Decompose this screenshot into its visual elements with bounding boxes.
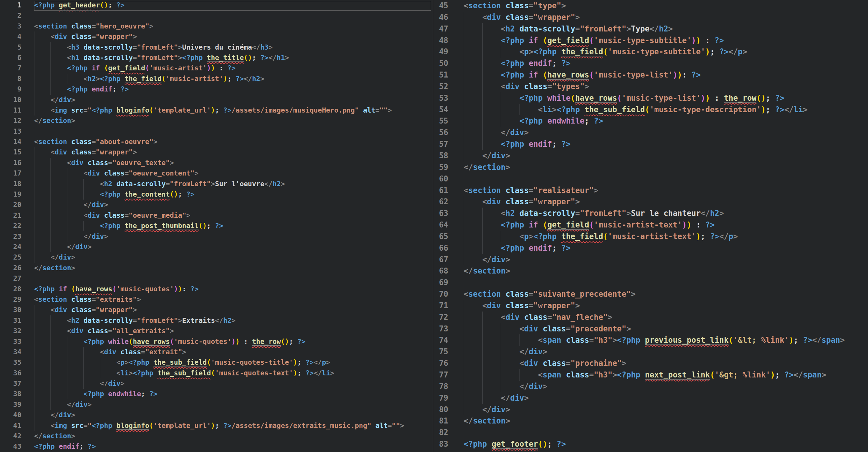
line-number[interactable]: 10 (0, 95, 21, 105)
line-number[interactable]: 51 (433, 69, 448, 81)
line-number[interactable]: 28 (0, 284, 21, 294)
line-number[interactable]: 13 (0, 126, 21, 137)
line-number[interactable]: 19 (0, 189, 21, 200)
line-number[interactable]: 55 (433, 115, 448, 127)
code-line[interactable]: 13 (0, 126, 433, 137)
code-line[interactable]: 17 <div class="oeuvre_content"> (0, 168, 433, 179)
code-line[interactable]: 11 <img src="<?php bloginfo('template_ur… (0, 105, 433, 116)
editor-pane-right[interactable]: 45<section class="type">46 <div class="w… (433, 0, 868, 452)
code-line[interactable]: 57 <?php endif; ?> (433, 139, 868, 150)
line-number[interactable]: 20 (0, 200, 21, 210)
line-number[interactable]: 2 (0, 10, 21, 21)
line-number[interactable]: 54 (433, 104, 448, 116)
line-number[interactable]: 79 (433, 392, 448, 404)
line-number[interactable]: 3 (0, 21, 21, 31)
line-number[interactable]: 65 (433, 231, 448, 242)
code-line[interactable]: 59</section> (433, 161, 868, 173)
line-number[interactable]: 17 (0, 168, 21, 179)
line-number[interactable]: 7 (0, 63, 21, 73)
code-line[interactable]: 16 <div class="oeuvre_texte"> (0, 158, 433, 168)
line-number[interactable]: 36 (0, 368, 21, 378)
code-line[interactable]: 66 <?php endif; ?> (433, 242, 868, 254)
code-line[interactable]: 52 <div class="types"> (433, 81, 868, 92)
line-number[interactable]: 35 (0, 357, 21, 368)
line-number[interactable]: 32 (0, 326, 21, 336)
line-number[interactable]: 41 (0, 421, 21, 431)
line-number[interactable]: 18 (0, 179, 21, 189)
line-number[interactable]: 70 (433, 289, 448, 300)
line-number[interactable]: 66 (433, 242, 448, 254)
code-line[interactable]: 15 <div class="wrapper"> (0, 147, 433, 157)
line-number[interactable]: 74 (433, 334, 448, 346)
code-line[interactable]: 30 <div class="wrapper"> (0, 305, 433, 315)
code-line[interactable]: 9 <?php endif; ?> (0, 84, 433, 94)
code-line[interactable]: 73 <div class="precedente"> (433, 323, 868, 335)
code-line[interactable]: 14<section class="about-oeuvre"> (0, 137, 433, 147)
line-number[interactable]: 59 (433, 161, 448, 173)
code-line[interactable]: 18 <h2 data-scrolly="fromLeft">Sur l'oeu… (0, 179, 433, 189)
code-line[interactable]: 37 </div> (0, 378, 433, 389)
line-number[interactable]: 68 (433, 265, 448, 277)
line-number[interactable]: 77 (433, 369, 448, 381)
code-line[interactable]: 62 <div class="wrapper"> (433, 196, 868, 208)
line-number[interactable]: 80 (433, 404, 448, 416)
code-line[interactable]: 58 </div> (433, 150, 868, 161)
code-line[interactable]: 2 (0, 10, 433, 21)
line-number[interactable]: 9 (0, 84, 21, 94)
line-number[interactable]: 61 (433, 185, 448, 196)
code-line[interactable]: 33 <?php while(have_rows('music-quotes')… (0, 336, 433, 347)
code-line[interactable]: 35 <p><?php the_sub_field('music-quotes-… (0, 357, 433, 368)
line-number[interactable]: 16 (0, 158, 21, 168)
line-number[interactable]: 33 (0, 336, 21, 347)
code-line[interactable]: 1<?php get_header(); ?> (0, 0, 433, 10)
line-number[interactable]: 83 (433, 438, 448, 450)
code-line[interactable]: 71 <div class="wrapper"> (433, 300, 868, 311)
line-number[interactable]: 81 (433, 415, 448, 427)
line-number[interactable]: 50 (433, 58, 448, 69)
code-line[interactable]: 63 <h2 data-scrolly="fromLeft">Sur le ch… (433, 208, 868, 219)
code-line[interactable]: 75 </div> (433, 346, 868, 358)
line-number[interactable]: 1 (0, 0, 21, 10)
code-line[interactable]: 7 <?php if (get_field('music-artist')) :… (0, 63, 433, 73)
line-number[interactable]: 49 (433, 46, 448, 58)
code-line[interactable]: 55 <?php endwhile; ?> (433, 115, 868, 127)
line-number[interactable]: 45 (433, 0, 448, 11)
code-line[interactable]: 10 </div> (0, 95, 433, 105)
line-number[interactable]: 72 (433, 311, 448, 323)
code-line[interactable]: 61<section class="realisateur"> (433, 185, 868, 196)
code-line[interactable]: 8 <h2><?php the_field('music-artist'); ?… (0, 74, 433, 84)
code-line[interactable]: 76 <div class="prochaine"> (433, 358, 868, 369)
line-number[interactable]: 63 (433, 208, 448, 219)
line-number[interactable]: 8 (0, 74, 21, 84)
code-line[interactable]: 47 <h2 data-scrolly="fromLeft">Type</h2> (433, 23, 868, 35)
code-line[interactable]: 64 <?php if (get_field('music-artist-tex… (433, 219, 868, 231)
line-number[interactable]: 43 (0, 441, 21, 452)
line-number[interactable]: 76 (433, 358, 448, 369)
line-number[interactable]: 34 (0, 347, 21, 357)
code-line[interactable]: 70<section class="suivante_precedente"> (433, 289, 868, 300)
line-number[interactable]: 53 (433, 92, 448, 104)
code-line[interactable]: 45<section class="type"> (433, 0, 868, 11)
line-number[interactable]: 57 (433, 139, 448, 150)
line-number[interactable]: 46 (433, 11, 448, 23)
line-number[interactable]: 11 (0, 105, 21, 116)
code-line[interactable]: 36 <li><?php the_sub_field('music-quotes… (0, 368, 433, 378)
code-line[interactable]: 69 (433, 277, 868, 289)
code-line[interactable]: 34 <div class="extrait"> (0, 347, 433, 357)
code-line[interactable]: 4 <div class="wrapper"> (0, 31, 433, 42)
code-line[interactable]: 82 (433, 427, 868, 438)
code-line[interactable]: 24 </div> (0, 242, 433, 252)
code-line[interactable]: 31 <h2 data-scrolly="fromLeft">Extraits<… (0, 315, 433, 326)
code-line[interactable]: 49 <p><?php the_field('music-type-subtit… (433, 46, 868, 58)
code-line[interactable]: 80 </div> (433, 404, 868, 416)
code-line[interactable]: 56 </div> (433, 127, 868, 139)
code-line[interactable]: 27 (0, 273, 433, 283)
line-number[interactable]: 4 (0, 31, 21, 42)
line-number[interactable]: 82 (433, 427, 448, 438)
code-line[interactable]: 26</section> (0, 263, 433, 273)
code-line[interactable]: 74 <span class="h3"><?php previous_post_… (433, 334, 868, 346)
line-number[interactable]: 24 (0, 242, 21, 252)
code-line[interactable]: 60 (433, 173, 868, 185)
code-line[interactable]: 20 </div> (0, 200, 433, 210)
editor-pane-left[interactable]: 1<?php get_header(); ?>23<section class=… (0, 0, 433, 452)
